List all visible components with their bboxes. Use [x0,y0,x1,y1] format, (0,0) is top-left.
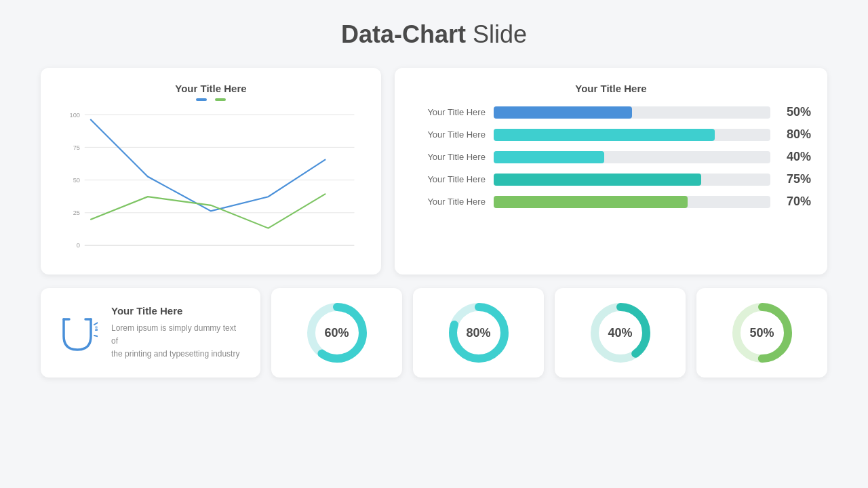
bar-row-label-2: Your Title Here [411,152,486,162]
bar-fill-2 [494,151,604,163]
bar-row-1: Your Title Here 80% [411,127,811,142]
info-card-desc: Lorem ipsum is simply dummy text ofthe p… [111,322,244,361]
svg-point-15 [95,326,98,329]
bar-percent-2: 40% [778,150,811,164]
donut-card-3: 50% [696,288,827,378]
svg-line-14 [94,336,98,337]
svg-text:75: 75 [73,144,80,151]
bar-percent-3: 75% [778,172,811,186]
line-chart-legend [57,98,365,101]
donut-wrapper-0: 60% [303,299,371,367]
bottom-row: Your Title Here Lorem ipsum is simply du… [41,288,827,378]
bar-row-label-1: Your Title Here [411,129,486,140]
bar-rows: Your Title Here 50% Your Title Here 80% … [411,105,811,209]
bar-track-1 [494,129,770,141]
bar-track-3 [494,174,770,186]
donut-label-3: 50% [749,326,774,340]
line-chart-title: Your Title Here [57,83,365,94]
line-chart-card: Your Title Here 100 75 50 25 0 [41,68,381,274]
top-row: Your Title Here 100 75 50 25 0 [41,68,827,274]
bar-track-2 [494,151,770,163]
bar-chart-card: Your Title Here Your Title Here 50% Your… [395,68,827,274]
bar-fill-0 [494,106,632,119]
svg-text:100: 100 [70,112,81,119]
bar-track-4 [494,196,770,208]
bar-fill-4 [494,196,688,208]
donut-card-2: 40% [555,288,686,378]
svg-text:25: 25 [73,209,80,216]
bar-row-label-4: Your Title Here [411,197,486,207]
bar-track-0 [494,106,770,119]
bar-percent-0: 50% [778,105,811,119]
info-card: Your Title Here Lorem ipsum is simply du… [41,288,260,378]
legend-dot-green [215,98,226,101]
bar-row-3: Your Title Here 75% [411,172,811,186]
line-chart-container: 100 75 50 25 0 [57,108,365,260]
legend-dot-blue [196,98,207,101]
svg-line-12 [94,322,98,325]
bar-chart-title: Your Title Here [411,83,811,94]
bar-fill-1 [494,129,715,141]
page-title: Data-Chart Slide [341,20,527,49]
bar-row-2: Your Title Here 40% [411,150,811,164]
line-chart-svg: 100 75 50 25 0 [57,108,365,257]
donut-card-0: 60% [271,288,402,378]
bar-fill-3 [494,174,701,186]
bar-percent-1: 80% [778,127,811,142]
donut-label-0: 60% [324,326,349,340]
donut-label-1: 80% [466,326,490,340]
svg-text:0: 0 [77,242,80,249]
donut-wrapper-1: 80% [445,299,513,367]
donut-wrapper-2: 40% [587,299,654,367]
donut-card-1: 80% [413,288,544,378]
info-text: Your Title Here Lorem ipsum is simply du… [111,305,244,361]
donut-wrapper-3: 50% [728,299,796,367]
svg-text:50: 50 [73,177,80,184]
bar-row-0: Your Title Here 50% [411,105,811,119]
page: Data-Chart Slide Your Title Here 100 75 … [0,0,868,488]
donut-label-2: 40% [608,326,632,340]
magnet-icon [57,312,98,353]
bar-row-label-3: Your Title Here [411,174,486,184]
bar-percent-4: 70% [778,195,811,209]
bar-row-4: Your Title Here 70% [411,195,811,209]
bar-row-label-0: Your Title Here [411,107,486,117]
info-card-title: Your Title Here [111,305,244,317]
svg-line-13 [96,329,98,330]
